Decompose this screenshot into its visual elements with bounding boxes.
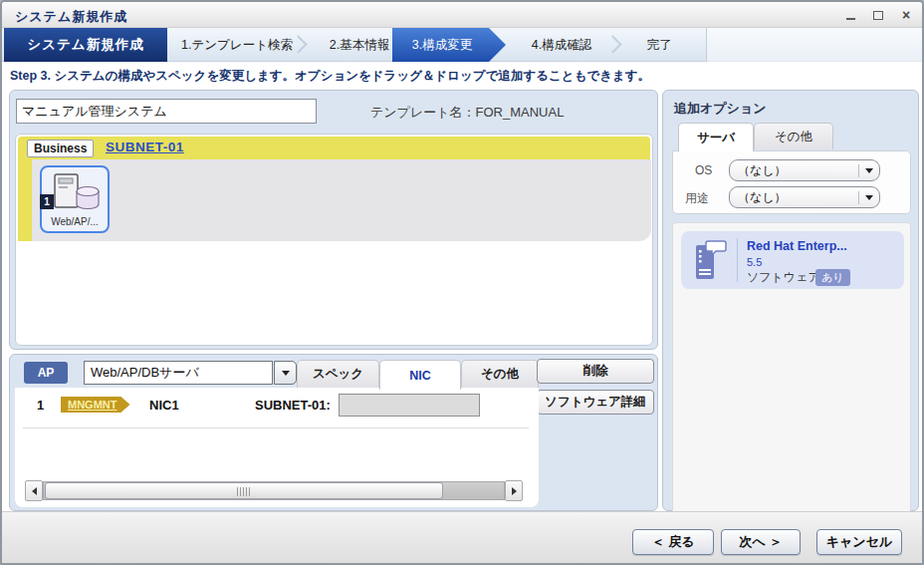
subnet-link[interactable]: SUBNET-01 — [106, 140, 184, 154]
server-index-badge: 1 — [40, 194, 54, 209]
template-name-value: FOR_MANUAL — [476, 105, 565, 120]
chevron-down-icon — [282, 371, 290, 376]
server-select-field[interactable]: Web/AP/DBサーバ — [84, 361, 273, 385]
options-panel-title: 追加オプション — [674, 100, 767, 118]
server-db-icon — [53, 173, 101, 213]
arrow-left-icon — [32, 487, 37, 495]
close-icon: × — [902, 8, 910, 22]
nic-subnet-label: SUBNET-01: — [255, 398, 331, 413]
tab-other[interactable]: その他 — [461, 360, 539, 388]
cancel-button[interactable]: キャンセル — [816, 529, 902, 555]
step-complete[interactable]: 完了 — [627, 28, 691, 62]
card-divider — [737, 238, 738, 282]
usage-dropdown[interactable]: （なし） — [729, 186, 880, 208]
server-type-badge: AP — [24, 362, 68, 384]
network-canvas: Business SUBNET-01 1 Web/AP/... — [15, 134, 653, 346]
availability-badge: あり — [815, 269, 850, 286]
footer-bar: ＜ 戻る 次へ ＞ キャンセル — [2, 511, 922, 563]
software-option-card[interactable]: Red Hat Enterp... 5.5 ソフトウェア あり — [681, 231, 904, 289]
additional-options-panel: 追加オプション サーバ その他 OS （なし） 用途 （なし） — [662, 90, 919, 511]
nic-tab-content: 1 MNGMNT NIC1 SUBNET-01: — [15, 388, 539, 507]
server-software-icon — [694, 239, 730, 283]
steps-bar-spacer — [706, 28, 922, 62]
template-name-line: テンプレート名：FOR_MANUAL — [370, 104, 564, 122]
title-bar: システム新規作成 × — [2, 2, 922, 28]
chevron-down-icon — [858, 191, 873, 204]
delete-button[interactable]: 削除 — [537, 359, 654, 384]
step-template-search[interactable]: 1.テンプレート検索 — [169, 28, 305, 62]
os-dropdown[interactable]: （なし） — [729, 159, 880, 181]
subnet-left-strip — [18, 159, 32, 241]
restore-button[interactable] — [870, 7, 886, 23]
chevron-down-icon — [858, 164, 873, 177]
wizard-dialog: システム新規作成 × システム新規作成 1.テンプレート検索 2.基本情報 3.… — [0, 0, 924, 565]
os-dropdown-value: （なし） — [738, 162, 787, 179]
nic-ip-field-disabled — [339, 394, 480, 417]
minimize-icon — [846, 18, 855, 20]
scrollbar-thumb[interactable] — [45, 482, 443, 499]
back-button[interactable]: ＜ 戻る — [632, 529, 714, 555]
window-controls: × — [842, 2, 914, 28]
tab-spec[interactable]: スペック — [297, 360, 379, 388]
grip-icon — [237, 487, 251, 496]
step-description: Step 3. システムの構成やスペックを変更します。オプションをドラッグ＆ドロ… — [10, 68, 650, 85]
nic-row-index: 1 — [37, 398, 44, 413]
scroll-left-button[interactable] — [25, 480, 43, 501]
os-label: OS — [695, 163, 712, 177]
tab-options-other[interactable]: その他 — [754, 123, 833, 149]
server-detail-panel: AP Web/AP/DBサーバ スペック NIC その他 1 MNGMNT NI… — [9, 354, 658, 511]
wizard-home-label: システム新規作成 — [4, 28, 167, 62]
step-basic-info[interactable]: 2.基本情報 — [319, 28, 400, 62]
close-button[interactable]: × — [898, 7, 914, 23]
system-config-panel: テンプレート名：FOR_MANUAL Business SUBNET-01 1 — [9, 90, 658, 350]
software-name: Red Hat Enterp... — [747, 239, 847, 253]
software-label: ソフトウェア — [747, 269, 820, 286]
tab-nic[interactable]: NIC — [379, 360, 461, 390]
step-config-confirm[interactable]: 4.構成確認 — [512, 28, 611, 62]
wizard-steps-bar: システム新規作成 1.テンプレート検索 2.基本情報 3.構成変更 4.構成確認… — [2, 28, 922, 62]
restore-icon — [873, 11, 883, 20]
server-card-label: Web/AP/... — [42, 216, 108, 227]
subnet-header-bar: Business SUBNET-01 — [18, 137, 650, 159]
scroll-right-button[interactable] — [505, 480, 523, 501]
window-title: システム新規作成 — [15, 8, 127, 26]
software-detail-button[interactable]: ソフトウェア詳細 — [537, 390, 654, 415]
server-filter-form: OS （なし） 用途 （なし） — [672, 150, 911, 214]
row-divider — [23, 427, 529, 428]
nic-management-tag: MNGMNT — [61, 397, 130, 413]
usage-dropdown-value: （なし） — [738, 189, 787, 206]
next-button[interactable]: 次へ ＞ — [721, 529, 801, 555]
template-name-label: テンプレート名： — [370, 105, 476, 120]
server-select-dropdown-button[interactable] — [274, 361, 297, 385]
scrollbar-track[interactable] — [43, 481, 505, 500]
horizontal-scrollbar — [25, 480, 523, 501]
usage-label: 用途 — [685, 190, 709, 207]
server-zone: 1 Web/AP/... — [32, 159, 651, 241]
system-name-input[interactable] — [16, 99, 317, 124]
arrow-right-icon — [512, 487, 517, 495]
minimize-button[interactable] — [842, 7, 858, 23]
step-config-change-active[interactable]: 3.構成変更 — [392, 28, 506, 62]
tab-server[interactable]: サーバ — [678, 123, 754, 151]
nic-name: NIC1 — [149, 398, 179, 413]
software-version: 5.5 — [747, 256, 762, 268]
zone-label: Business — [27, 140, 94, 157]
server-card[interactable]: 1 Web/AP/... — [40, 165, 110, 233]
